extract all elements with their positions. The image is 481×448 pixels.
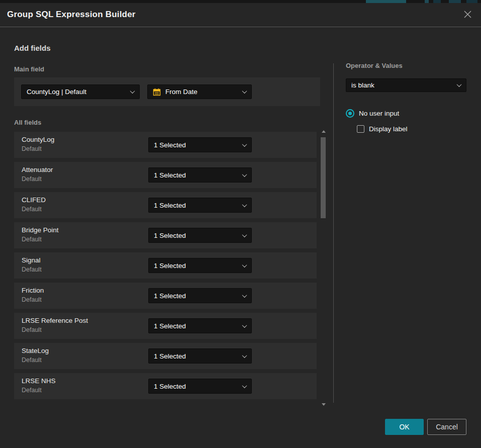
field-name: CountyLog bbox=[22, 136, 54, 143]
checkbox-unchecked-icon bbox=[357, 125, 364, 133]
field-selection-select[interactable]: 1 Selected bbox=[148, 167, 252, 183]
field-name: Signal bbox=[22, 256, 41, 264]
field-selection-select[interactable]: 1 Selected bbox=[148, 318, 252, 333]
field-selection-value: 1 Selected bbox=[154, 352, 239, 360]
field-selection-value: 1 Selected bbox=[154, 322, 239, 330]
field-row: Bridge PointDefault1 Selected bbox=[14, 222, 317, 248]
field-subtitle: Default bbox=[22, 175, 42, 183]
cancel-button[interactable]: Cancel bbox=[427, 419, 466, 435]
layer-select-value: CountyLog | Default bbox=[27, 88, 127, 96]
field-select[interactable]: From Date bbox=[147, 84, 252, 99]
field-selection-value: 1 Selected bbox=[154, 292, 239, 300]
field-name: LRSE NHS bbox=[22, 377, 56, 385]
vertical-divider bbox=[333, 63, 334, 403]
chevron-down-icon bbox=[242, 88, 247, 94]
close-icon bbox=[463, 10, 472, 20]
layer-select[interactable]: CountyLog | Default bbox=[21, 84, 140, 99]
display-label-label: Display label bbox=[369, 125, 408, 133]
field-subtitle: Default bbox=[22, 236, 42, 243]
dialog-titlebar: Group SQL Expression Builder bbox=[0, 3, 481, 27]
field-selection-select[interactable]: 1 Selected bbox=[148, 198, 252, 213]
chevron-down-icon bbox=[130, 88, 135, 94]
radio-selected-icon bbox=[346, 109, 354, 118]
field-row: StateLogDefault1 Selected bbox=[14, 343, 317, 369]
no-user-input-radio[interactable]: No user input bbox=[346, 109, 399, 118]
field-row: LRSE Reference PostDefault1 Selected bbox=[14, 313, 317, 339]
all-fields-list: CountyLogDefault1 SelectedAttenuatorDefa… bbox=[14, 132, 317, 403]
main-field-label: Main field bbox=[14, 65, 44, 73]
operator-select[interactable]: is blank bbox=[346, 78, 466, 92]
ok-button[interactable]: OK bbox=[385, 419, 424, 435]
field-row: CountyLogDefault1 Selected bbox=[14, 132, 317, 158]
field-name: Attenuator bbox=[22, 166, 53, 173]
display-label-checkbox[interactable]: Display label bbox=[357, 125, 408, 133]
field-row: FrictionDefault1 Selected bbox=[14, 283, 317, 309]
field-row: LRSE NHSDefault1 Selected bbox=[14, 373, 317, 399]
field-selection-select[interactable]: 1 Selected bbox=[148, 137, 252, 152]
scrollbar-thumb[interactable] bbox=[321, 137, 326, 218]
field-row: CLIFEDDefault1 Selected bbox=[14, 192, 317, 218]
chevron-down-icon bbox=[242, 172, 247, 177]
operator-select-value: is blank bbox=[351, 81, 453, 89]
field-selection-value: 1 Selected bbox=[154, 232, 239, 239]
field-subtitle: Default bbox=[22, 145, 42, 152]
field-subtitle: Default bbox=[22, 387, 42, 394]
field-name: LRSE Reference Post bbox=[22, 317, 88, 324]
screen: Group SQL Expression Builder Add fields … bbox=[0, 0, 481, 448]
field-subtitle: Default bbox=[22, 356, 42, 364]
field-selection-select[interactable]: 1 Selected bbox=[148, 228, 252, 243]
field-selection-value: 1 Selected bbox=[154, 383, 239, 390]
scrollbar[interactable] bbox=[320, 129, 327, 407]
field-name: CLIFED bbox=[22, 196, 46, 204]
field-selection-value: 1 Selected bbox=[154, 141, 239, 149]
field-subtitle: Default bbox=[22, 296, 42, 303]
no-user-input-label: No user input bbox=[359, 110, 399, 117]
field-selection-select[interactable]: 1 Selected bbox=[148, 288, 252, 303]
chevron-down-icon bbox=[242, 232, 247, 237]
field-subtitle: Default bbox=[22, 266, 42, 273]
main-field-panel: CountyLog | Default From Date bbox=[14, 77, 320, 106]
field-selection-value: 1 Selected bbox=[154, 171, 239, 179]
scroll-down-arrow-icon[interactable] bbox=[322, 403, 326, 406]
chevron-down-icon bbox=[242, 323, 247, 328]
field-subtitle: Default bbox=[22, 326, 42, 333]
field-row: AttenuatorDefault1 Selected bbox=[14, 162, 317, 188]
dialog-title: Group SQL Expression Builder bbox=[7, 10, 136, 20]
chevron-down-icon bbox=[242, 293, 247, 298]
add-fields-heading: Add fields bbox=[14, 44, 51, 52]
field-selection-select[interactable]: 1 Selected bbox=[148, 258, 252, 273]
operator-values-label: Operator & Values bbox=[346, 62, 403, 69]
chevron-down-icon bbox=[242, 202, 247, 207]
group-sql-expression-builder-dialog: Group SQL Expression Builder Add fields … bbox=[0, 3, 481, 448]
scroll-up-arrow-icon[interactable] bbox=[322, 130, 326, 133]
field-name: Bridge Point bbox=[22, 226, 59, 234]
chevron-down-icon bbox=[242, 383, 247, 388]
field-selection-select[interactable]: 1 Selected bbox=[148, 348, 252, 364]
field-name: Friction bbox=[22, 287, 44, 294]
all-fields-label: All fields bbox=[14, 119, 41, 126]
field-select-value: From Date bbox=[165, 88, 239, 96]
field-selection-value: 1 Selected bbox=[154, 202, 239, 209]
chevron-down-icon bbox=[242, 353, 247, 358]
chevron-down-icon bbox=[242, 262, 247, 267]
field-subtitle: Default bbox=[22, 206, 42, 213]
field-selection-value: 1 Selected bbox=[154, 262, 239, 270]
calendar-icon bbox=[153, 88, 161, 96]
field-row: SignalDefault1 Selected bbox=[14, 252, 317, 279]
field-name: StateLog bbox=[22, 347, 49, 354]
close-button[interactable] bbox=[461, 9, 474, 22]
chevron-down-icon bbox=[457, 82, 462, 87]
field-selection-select[interactable]: 1 Selected bbox=[148, 379, 252, 394]
chevron-down-icon bbox=[242, 142, 247, 147]
